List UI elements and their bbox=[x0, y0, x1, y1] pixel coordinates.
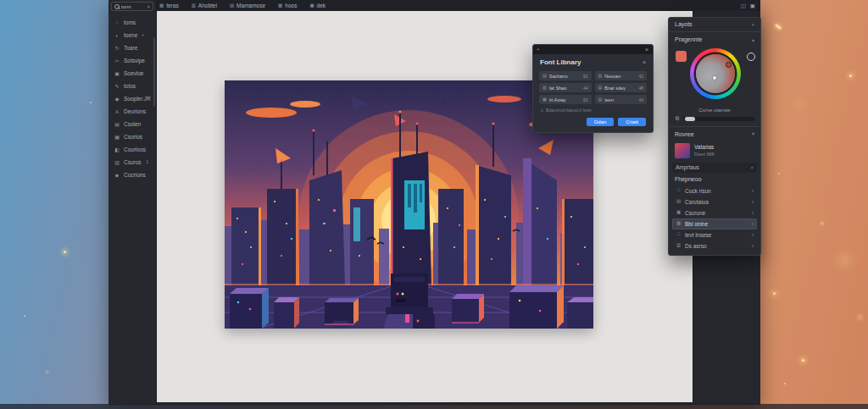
font-item[interactable]: ▤ Bnar sdey 48 bbox=[595, 83, 648, 92]
sidebar-scrollbar[interactable] bbox=[153, 37, 155, 107]
font-name: Iat Shao bbox=[549, 86, 581, 91]
sidebar-item-soevloe[interactable]: ▣ Soevloe bbox=[108, 67, 156, 80]
font-value: 48 bbox=[638, 86, 643, 91]
layer-detail: Dsert 666 bbox=[694, 152, 715, 157]
close-icon[interactable]: × bbox=[147, 4, 150, 9]
bokeh-sparkle bbox=[802, 359, 804, 362]
desktop: { "icons": { "close": "×", "chevron_down… bbox=[0, 0, 868, 409]
property-label: Ds asrso bbox=[685, 243, 748, 249]
adjust-header[interactable]: Amprtaus × bbox=[672, 163, 757, 173]
sidebar-item-soopler[interactable]: ◆ Soopler.JR bbox=[108, 92, 156, 105]
sidebar-item-cocrions[interactable]: ■ Cocrions bbox=[108, 169, 156, 181]
close-icon[interactable]: × bbox=[750, 165, 754, 170]
chevron-right-icon: › bbox=[752, 232, 754, 238]
bokeh-sparkle bbox=[46, 371, 48, 373]
sidebar-item-toene[interactable]: ◐ toene ▾ bbox=[108, 29, 156, 41]
sidebar-search[interactable]: tonn × bbox=[111, 2, 153, 11]
font-name: Irt Aoiay bbox=[549, 97, 581, 102]
upload-icon: ↑ bbox=[114, 20, 120, 25]
app-window: ▦ teras ▥ Ahobtel ▤ Mamamose ▦ hoos ▣ de… bbox=[108, 0, 760, 405]
image-icon: ▣ bbox=[114, 71, 120, 76]
font-item[interactable]: ▦ Irt Aoiay 50 bbox=[539, 95, 592, 104]
bokeh-sparkle bbox=[839, 254, 851, 266]
color-wheel[interactable] bbox=[690, 48, 741, 99]
sidebar-item-deurlons[interactable]: A Deurlons bbox=[108, 105, 156, 118]
color-picker bbox=[669, 46, 760, 107]
sidebar: tonn × ↑ toms ◐ toene ▾ ↻ Toare ✂ Sotsvi… bbox=[108, 0, 157, 405]
secondary-button[interactable]: Crtatt bbox=[618, 118, 646, 126]
sidebar-item-csuros[interactable]: ▥ Csuros 1 bbox=[108, 156, 156, 169]
layer-item[interactable]: Vatarias Dsert 666 bbox=[669, 141, 760, 162]
pen-icon: ✎ bbox=[114, 84, 120, 89]
sidebar-item-toms[interactable]: ↑ toms bbox=[108, 16, 156, 29]
balance-slider: ⚙ bbox=[669, 114, 760, 125]
font-item[interactable]: ▤ teen 44 bbox=[595, 95, 648, 104]
property-label: Cscrune bbox=[685, 210, 748, 216]
gear-icon[interactable]: ⚙ bbox=[675, 116, 680, 122]
menu-grid-icon: ▣ bbox=[309, 3, 314, 8]
property-icon: ▥ bbox=[676, 243, 682, 248]
color-swatch[interactable] bbox=[676, 51, 687, 62]
property-row[interactable]: ▤ Csrutaiua › bbox=[672, 196, 757, 207]
property-row[interactable]: ▣ Cscrune › bbox=[672, 207, 757, 218]
font-icon: ▥ bbox=[542, 86, 547, 90]
primary-button[interactable]: Gdan bbox=[587, 118, 615, 126]
picker-handle[interactable] bbox=[713, 76, 716, 80]
property-row[interactable]: □ Cock risun › bbox=[672, 185, 757, 196]
picker-handle[interactable] bbox=[726, 62, 732, 68]
sidebar-item-label: Csuros bbox=[124, 159, 142, 165]
search-icon bbox=[114, 4, 120, 9]
search-label: tonn bbox=[121, 4, 145, 9]
font-item[interactable]: ▥ Iat Shao 44 bbox=[539, 83, 592, 92]
font-value: 44 bbox=[583, 86, 588, 91]
chevron-right-icon: › bbox=[752, 199, 754, 205]
canvas[interactable]: ▪ × Font Libnary × ▤ Sachano 50 ▤ Neuvan… bbox=[156, 11, 693, 402]
close-icon[interactable]: × bbox=[643, 59, 646, 65]
sidebar-item-totos[interactable]: ✎ totos bbox=[108, 80, 156, 92]
saturation-disc[interactable] bbox=[696, 54, 735, 93]
badge: 1 bbox=[147, 160, 149, 164]
sidebar-item-csolen[interactable]: ▤ Csolen bbox=[108, 118, 156, 130]
sidebar-item-csorlos[interactable]: ▦ Csorlos bbox=[108, 130, 156, 143]
panel-toggle-icon[interactable]: ◫ bbox=[741, 3, 746, 9]
properties-header: Fhepneoo bbox=[669, 174, 760, 185]
font-item[interactable]: ▤ Neuvan 42 bbox=[595, 71, 648, 80]
pigments-header[interactable]: Pragennte ▴ bbox=[669, 33, 760, 46]
menu-item[interactable]: ▤ Mamamose bbox=[230, 3, 265, 8]
property-label: Cock risun bbox=[685, 188, 748, 194]
close-icon[interactable]: × bbox=[645, 47, 648, 53]
property-icon: ▦ bbox=[676, 221, 682, 226]
chevron-down-icon[interactable]: ▾ bbox=[752, 131, 754, 136]
menu-grid-icon: ▦ bbox=[159, 3, 164, 8]
font-item[interactable]: ▤ Sachano 50 bbox=[539, 71, 592, 80]
slider-thumb[interactable] bbox=[685, 117, 695, 121]
sidebar-item-toare[interactable]: ↻ Toare bbox=[108, 41, 156, 54]
property-row[interactable]: □ tevt Insese › bbox=[672, 229, 757, 240]
property-row-selected[interactable]: ▦ Bbl onine › bbox=[672, 218, 757, 229]
menu-item[interactable]: ▣ dek bbox=[309, 3, 326, 8]
table-icon: ▥ bbox=[114, 160, 120, 165]
sidebar-item-sotsvipe[interactable]: ✂ Sotsvipe bbox=[108, 54, 156, 67]
menu-item[interactable]: ▦ hoos bbox=[278, 3, 297, 8]
close-icon[interactable]: × bbox=[751, 22, 754, 27]
diamond-icon: ◆ bbox=[114, 97, 120, 102]
dialog-titlebar[interactable]: ▪ × bbox=[533, 45, 653, 54]
bokeh-sparkle bbox=[858, 315, 862, 319]
menu-item-label: Ahobtel bbox=[198, 3, 217, 8]
layers-header[interactable]: Rovree ▾ bbox=[669, 128, 760, 141]
panel-title: Layots bbox=[675, 21, 693, 27]
taskbar-strip bbox=[0, 404, 868, 409]
sidebar-item-courloos[interactable]: ◧ Courloos bbox=[108, 143, 156, 156]
circle-icon[interactable] bbox=[747, 53, 755, 61]
balance-label: Corve otanste bbox=[669, 107, 760, 114]
property-label: Csrutaiua bbox=[685, 199, 748, 205]
menu-item[interactable]: ▥ Ahobtel bbox=[192, 3, 217, 8]
collapse-icon[interactable]: ▴ bbox=[752, 37, 754, 42]
menu-item-label: hoos bbox=[285, 3, 297, 8]
grid-icon[interactable]: ▣ bbox=[750, 3, 755, 9]
property-row[interactable]: ▥ Ds asrso › bbox=[672, 240, 757, 251]
font-value: 42 bbox=[638, 74, 643, 79]
sidebar-item-label: Soevloe bbox=[124, 70, 144, 76]
slider-track[interactable] bbox=[683, 117, 754, 121]
menu-item[interactable]: ▦ teras bbox=[159, 3, 179, 8]
